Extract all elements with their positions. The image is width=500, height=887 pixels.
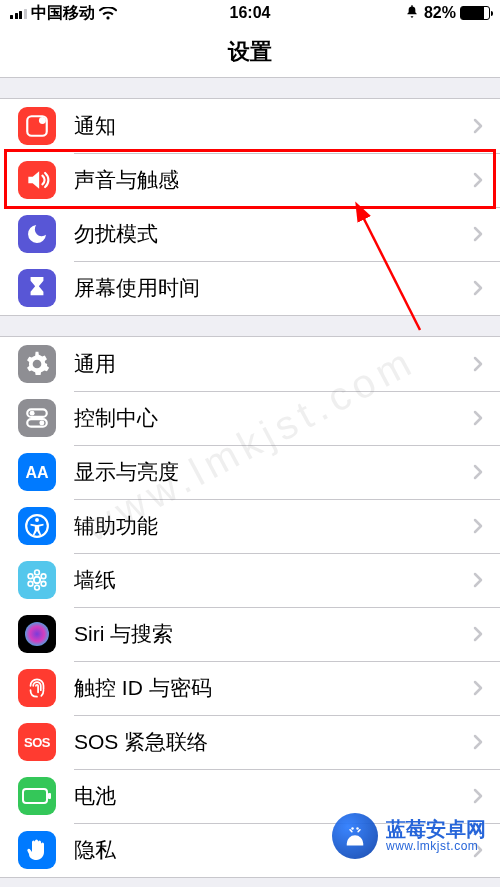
fingerprint-icon [18,669,56,707]
svg-point-12 [41,581,46,586]
chevron-right-icon [472,787,500,805]
settings-row-screentime[interactable]: 屏幕使用时间 [0,261,500,315]
settings-row-label: SOS 紧急联络 [74,728,472,756]
settings-row-label: 电池 [74,782,472,810]
svg-point-16 [25,622,49,646]
svg-point-14 [28,581,33,586]
settings-row-touchid[interactable]: 触控 ID 与密码 [0,661,500,715]
svg-point-5 [39,420,44,425]
settings-row-label: 控制中心 [74,404,472,432]
alarm-icon [404,3,420,23]
watermark-badge: 蓝莓安卓网 www.lmkjst.com [332,813,486,859]
gear-icon [18,345,56,383]
svg-text:AA: AA [25,464,49,481]
chevron-right-icon [472,409,500,427]
settings-row-label: 通知 [74,112,472,140]
chevron-right-icon [472,733,500,751]
carrier-label: 中国移动 [31,3,95,24]
svg-rect-17 [23,789,47,803]
settings-row-label: 通用 [74,350,472,378]
status-bar: 中国移动 16:04 82% [0,0,500,26]
settings-row-dnd[interactable]: 勿扰模式 [0,207,500,261]
chevron-right-icon [472,225,500,243]
status-right: 82% [350,3,490,23]
settings-group: 通用控制中心AA显示与亮度辅助功能墙纸Siri 与搜索触控 ID 与密码SOSS… [0,336,500,878]
chevron-right-icon [472,571,500,589]
watermark-title: 蓝莓安卓网 [386,818,486,840]
chevron-right-icon [472,463,500,481]
chevron-right-icon [472,171,500,189]
chevron-right-icon [472,355,500,373]
settings-row-sounds[interactable]: 声音与触感 [0,153,500,207]
page-title: 设置 [228,37,272,67]
svg-point-9 [34,577,41,584]
settings-row-label: 显示与亮度 [74,458,472,486]
settings-row-label: 辅助功能 [74,512,472,540]
display-icon: AA [18,453,56,491]
settings-row-label: 声音与触感 [74,166,472,194]
battery-icon [460,6,490,20]
switches-icon [18,399,56,437]
settings-row-access[interactable]: 辅助功能 [0,499,500,553]
svg-point-13 [35,585,40,590]
siri-icon [18,615,56,653]
svg-point-1 [39,117,46,124]
wallpaper-icon [18,561,56,599]
settings-row-label: 触控 ID 与密码 [74,674,472,702]
hand-icon [18,831,56,869]
accessibility-icon [18,507,56,545]
svg-point-8 [35,518,39,522]
svg-point-10 [35,570,40,575]
hourglass-icon [18,269,56,307]
settings-row-label: Siri 与搜索 [74,620,472,648]
svg-rect-18 [48,793,51,799]
settings-row-label: 屏幕使用时间 [74,274,472,302]
watermark-url: www.lmkjst.com [386,840,486,853]
settings-row-notifications[interactable]: 通知 [0,99,500,153]
settings-row-sos[interactable]: SOSSOS 紧急联络 [0,715,500,769]
settings-row-control[interactable]: 控制中心 [0,391,500,445]
sos-icon: SOS [18,723,56,761]
chevron-right-icon [472,117,500,135]
settings-list: 通知声音与触感勿扰模式屏幕使用时间通用控制中心AA显示与亮度辅助功能墙纸Siri… [0,78,500,887]
settings-row-label: 勿扰模式 [74,220,472,248]
settings-row-general[interactable]: 通用 [0,337,500,391]
chevron-right-icon [472,279,500,297]
chevron-right-icon [472,625,500,643]
settings-row-display[interactable]: AA显示与亮度 [0,445,500,499]
svg-point-20 [351,827,354,830]
chevron-right-icon [472,517,500,535]
moon-icon [18,215,56,253]
sounds-icon [18,161,56,199]
chevron-right-icon [472,679,500,697]
status-left: 中国移动 [10,3,150,24]
battery-pct: 82% [424,4,456,22]
svg-point-15 [28,574,33,579]
settings-row-siri[interactable]: Siri 与搜索 [0,607,500,661]
settings-row-label: 墙纸 [74,566,472,594]
svg-point-11 [41,574,46,579]
watermark-text: 蓝莓安卓网 www.lmkjst.com [386,818,486,853]
battery-icon [18,777,56,815]
status-time: 16:04 [150,4,350,22]
watermark-logo-icon [332,813,378,859]
signal-icon [10,7,27,19]
svg-point-3 [30,411,35,416]
notifications-icon [18,107,56,145]
wifi-icon [99,7,117,20]
nav-bar: 设置 [0,26,500,78]
settings-row-wallpaper[interactable]: 墙纸 [0,553,500,607]
svg-point-21 [356,827,359,830]
settings-group: 通知声音与触感勿扰模式屏幕使用时间 [0,98,500,316]
